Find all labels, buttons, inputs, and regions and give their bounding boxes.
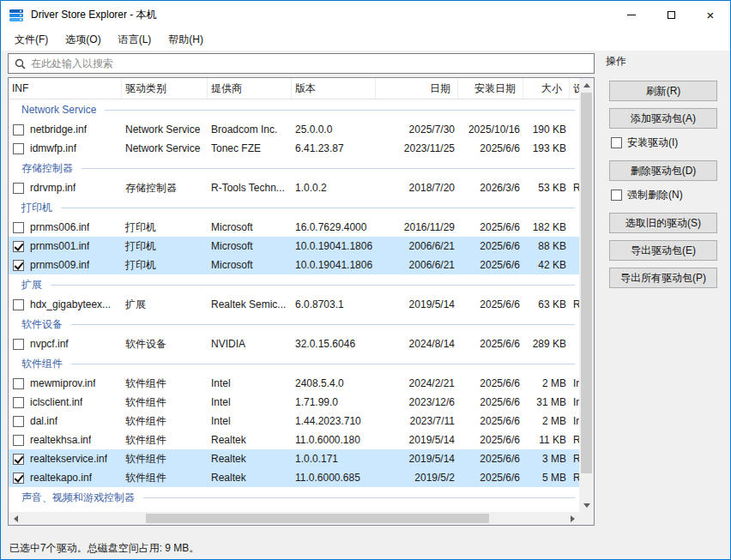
scroll-up-button[interactable] xyxy=(579,78,594,92)
row-checkbox[interactable] xyxy=(13,473,24,484)
row-checkbox[interactable] xyxy=(13,339,24,350)
row-checkbox[interactable] xyxy=(13,397,24,408)
driver-row[interactable]: netbridge.infNetwork ServiceBroadcom Inc… xyxy=(9,120,579,139)
cell-category: 软件组件 xyxy=(122,433,208,448)
cell-size: 2 MB xyxy=(523,415,570,427)
column-header-7[interactable]: 设 xyxy=(570,78,579,99)
group-title: 打印机 xyxy=(21,201,52,215)
cell-install-date: 2025/6/6 xyxy=(458,472,523,484)
scroll-right-button[interactable] xyxy=(565,512,579,525)
column-header-3[interactable]: 版本 xyxy=(292,78,376,99)
vertical-scrollbar[interactable] xyxy=(579,78,594,512)
row-checkbox[interactable] xyxy=(13,183,24,194)
status-bar: 已选中7个驱动。总磁盘空间占用: 9 MB。 xyxy=(1,537,730,559)
horizontal-scrollbar[interactable] xyxy=(9,512,579,525)
row-checkbox[interactable] xyxy=(13,143,24,154)
export-driver-package-button[interactable]: 导出驱动包(E) xyxy=(609,240,717,261)
row-checkbox[interactable] xyxy=(13,435,24,446)
cell-version: 1.71.99.0 xyxy=(292,396,376,408)
search-input[interactable] xyxy=(31,55,594,72)
group-header[interactable]: 打印机 xyxy=(9,197,579,218)
group-divider-line xyxy=(143,497,575,498)
cell-category: 软件组件 xyxy=(122,452,208,467)
group-header[interactable]: 声音、视频和游戏控制器 xyxy=(9,487,579,508)
install-driver-checkbox[interactable] xyxy=(611,137,622,148)
refresh-button[interactable]: 刷新(R) xyxy=(609,81,717,101)
inf-name: iclsclient.inf xyxy=(30,396,82,408)
cell-size: 2 MB xyxy=(523,377,570,389)
group-header[interactable]: 软件组件 xyxy=(9,353,579,374)
group-header[interactable]: 软件设备 xyxy=(9,314,579,334)
close-button[interactable]: × xyxy=(691,1,730,28)
driver-row[interactable]: mewmiprov.inf软件组件Intel2408.5.4.02024/2/2… xyxy=(9,374,579,393)
row-checkbox[interactable] xyxy=(13,124,24,135)
column-header-1[interactable]: 驱动类别 xyxy=(122,78,208,99)
driver-row[interactable]: realtekhsa.inf软件组件Realtek11.0.6000.18020… xyxy=(9,431,579,449)
group-divider-line xyxy=(105,110,575,111)
delete-driver-package-button[interactable]: 删除驱动包(D) xyxy=(609,160,717,181)
menu-language[interactable]: 语言(L) xyxy=(110,28,160,51)
row-checkbox[interactable] xyxy=(13,454,24,465)
cell-provider: Intel xyxy=(208,377,292,389)
driver-row[interactable]: realtekapo.inf软件组件Realtek11.0.6000.68520… xyxy=(9,468,579,487)
menu-help[interactable]: 帮助(H) xyxy=(160,28,212,51)
maximize-button[interactable] xyxy=(651,1,691,28)
scroll-down-button[interactable] xyxy=(579,498,594,512)
select-old-drivers-button[interactable]: 选取旧的驱动(S) xyxy=(609,213,717,233)
cell-category: 软件组件 xyxy=(122,471,208,485)
cell-version: 6.41.23.87 xyxy=(292,142,376,154)
cell-size: 53 KB xyxy=(523,182,570,194)
vertical-scroll-thumb[interactable] xyxy=(581,93,592,473)
column-header-4[interactable]: 日期 xyxy=(376,78,458,99)
row-checkbox[interactable] xyxy=(13,222,24,233)
cell-install-date: 2025/6/6 xyxy=(458,453,523,465)
driver-row[interactable]: prnms009.inf打印机Microsoft10.0.19041.18062… xyxy=(9,256,579,274)
column-header-6[interactable]: 大小 xyxy=(523,78,570,99)
scroll-left-button[interactable] xyxy=(9,512,22,525)
row-checkbox[interactable] xyxy=(13,299,24,310)
group-header[interactable]: 存储控制器 xyxy=(9,158,579,178)
force-delete-checkbox[interactable] xyxy=(611,190,622,201)
driver-row[interactable]: hdx_gigabyteex...扩展Realtek Semic...6.0.8… xyxy=(9,295,579,314)
title-bar[interactable]: Driver Store Explorer - 本机 × xyxy=(1,1,730,28)
row-checkbox[interactable] xyxy=(13,378,24,389)
cell-size: 31 MB xyxy=(523,396,570,408)
menu-options[interactable]: 选项(O) xyxy=(57,28,109,51)
triangle-up-icon xyxy=(583,83,590,87)
driver-row[interactable]: rdrvmp.inf存储控制器R-Tools Techn...1.0.0.220… xyxy=(9,178,579,197)
driver-row[interactable]: iclsclient.inf软件组件Intel1.71.99.02023/12/… xyxy=(9,393,579,412)
row-checkbox[interactable] xyxy=(13,416,24,427)
cell-provider: Microsoft xyxy=(208,240,292,252)
search-box xyxy=(8,53,595,74)
column-header-2[interactable]: 提供商 xyxy=(208,78,292,99)
cell-version: 6.0.8703.1 xyxy=(292,298,376,310)
driver-row[interactable]: idmwfp.infNetwork ServiceTonec FZE6.41.2… xyxy=(9,139,579,158)
driver-row[interactable]: realtekservice.inf软件组件Realtek1.0.0.17120… xyxy=(9,449,579,468)
driver-row[interactable]: prnms001.inf打印机Microsoft10.0.19041.18062… xyxy=(9,237,579,256)
cell-size: 193 KB xyxy=(523,142,570,154)
column-header-5[interactable]: 安装日期 xyxy=(458,78,523,99)
cell-inf: realtekservice.inf xyxy=(9,453,122,465)
app-icon xyxy=(9,7,24,22)
cell-inf: prnms009.inf xyxy=(9,259,122,271)
triangle-down-icon xyxy=(583,503,590,508)
cell-category: 软件设备 xyxy=(122,337,208,352)
menu-file[interactable]: 文件(F) xyxy=(6,28,57,51)
driver-row[interactable]: nvpcf.inf软件设备NVIDIA32.0.15.60462024/8/14… xyxy=(9,334,579,353)
horizontal-scroll-thumb[interactable] xyxy=(146,514,489,523)
column-header-0[interactable]: INF xyxy=(9,78,122,99)
export-all-driver-packages-button[interactable]: 导出所有驱动包(P) xyxy=(609,268,717,288)
row-checkbox[interactable] xyxy=(13,260,24,271)
add-driver-package-button[interactable]: 添加驱动包(A) xyxy=(609,108,717,129)
group-title: 声音、视频和游戏控制器 xyxy=(21,491,135,505)
group-header[interactable]: 扩展 xyxy=(9,274,579,295)
close-icon: × xyxy=(707,9,715,21)
search-icon xyxy=(15,58,26,69)
cell-install-date: 2025/6/6 xyxy=(458,298,523,310)
group-divider-line xyxy=(61,208,575,208)
driver-row[interactable]: prnms006.inf打印机Microsoft16.0.7629.400020… xyxy=(9,218,579,237)
row-checkbox[interactable] xyxy=(13,241,24,252)
minimize-button[interactable] xyxy=(612,1,651,28)
group-header[interactable]: Network Service xyxy=(9,99,579,120)
driver-row[interactable]: dal.inf软件组件Intel1.44.2023.7102023/7/1120… xyxy=(9,412,579,431)
